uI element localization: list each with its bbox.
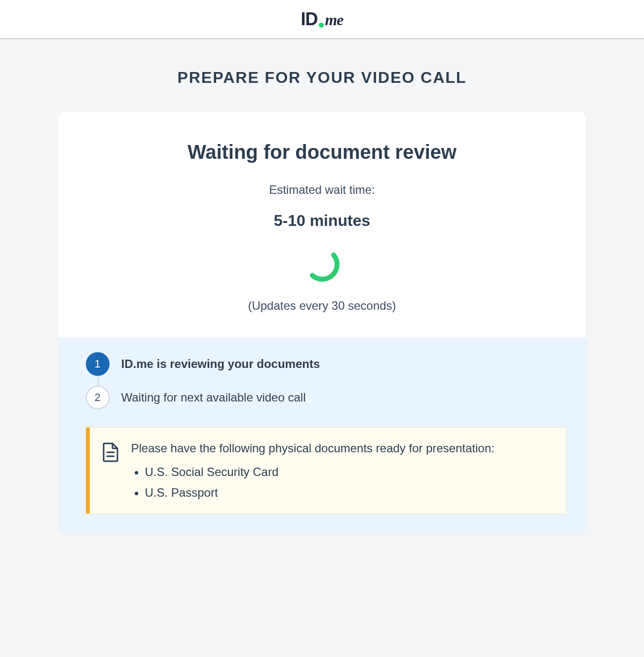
step-2: 2 Waiting for next available video call [86, 386, 567, 409]
document-icon [102, 442, 119, 464]
step-1-label: ID.me is reviewing your documents [121, 357, 320, 371]
header: ID me [0, 0, 644, 39]
progress-steps: 1 ID.me is reviewing your documents 2 Wa… [86, 352, 567, 409]
documents-notice: Please have the following physical docum… [86, 427, 567, 514]
notice-text: Please have the following physical docum… [131, 441, 552, 455]
logo-me-text: me [325, 11, 343, 29]
document-item: U.S. Social Security Card [145, 465, 552, 479]
documents-list: U.S. Social Security Card U.S. Passport [131, 465, 552, 500]
wait-time-value: 5-10 minutes [78, 212, 567, 230]
step-1-number: 1 [86, 352, 110, 376]
logo-id-text: ID [301, 9, 317, 30]
loading-spinner-icon [303, 245, 342, 284]
svg-point-0 [303, 245, 342, 284]
main-card: Waiting for document review Estimated wa… [58, 111, 586, 534]
step-2-number: 2 [86, 386, 110, 409]
card-top-section: Waiting for document review Estimated wa… [58, 111, 586, 337]
notice-body: Please have the following physical docum… [131, 441, 552, 500]
update-interval-note: (Updates every 30 seconds) [78, 299, 567, 313]
card-bottom-section: 1 ID.me is reviewing your documents 2 Wa… [58, 337, 586, 534]
logo-dot-icon [319, 23, 324, 28]
wait-time-label: Estimated wait time: [78, 183, 567, 197]
step-2-label: Waiting for next available video call [121, 391, 306, 404]
idme-logo: ID me [301, 9, 343, 30]
document-item: U.S. Passport [145, 486, 552, 500]
page-title: PREPARE FOR YOUR VIDEO CALL [0, 69, 644, 87]
card-heading: Waiting for document review [78, 141, 567, 163]
step-1: 1 ID.me is reviewing your documents [86, 352, 567, 376]
